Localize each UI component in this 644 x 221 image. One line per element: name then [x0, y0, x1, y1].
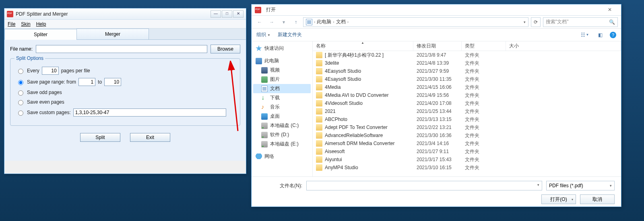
file-row[interactable]: Aimersoft DRM Media Converter2021/3/4 14… [313, 139, 621, 147]
file-row[interactable]: 20212021/1/25 13:44文件夹 [313, 107, 621, 115]
folder-tree[interactable]: 快速访问此电脑视频图片文档↓下载♪音乐桌面本地磁盘 (C:)软件 (D:)本地磁… [252, 41, 313, 176]
file-row[interactable]: Aiseesoft2021/1/27 9:11文件夹 [313, 147, 621, 156]
file-pane: ▲ 名称 修改日期 类型 大小 [ 新华字典4秒1步检字0.22 ]2021/3… [313, 41, 621, 176]
nav-back-button[interactable]: ← [255, 17, 264, 27]
pc-icon [256, 58, 262, 64]
every-suffix: pages per file [61, 68, 90, 74]
open-titlebar[interactable]: 打开 ✕ [252, 4, 621, 16]
file-row[interactable]: ABCPhoto2021/3/13 13:15文件夹 [313, 115, 621, 123]
open-button[interactable]: 打开(O) [541, 194, 576, 204]
every-value-input[interactable] [42, 67, 59, 75]
chevron-right-icon: › [333, 20, 334, 24]
tree-item[interactable]: 桌面 [253, 112, 311, 121]
pdf-titlebar[interactable]: PDF Splitter and Merger — □ ✕ [4, 8, 246, 20]
breadcrumb-p1[interactable]: 此电脑 [317, 18, 331, 25]
menu-help[interactable]: Help [36, 21, 46, 27]
nav-up-button[interactable]: ↑ [291, 17, 301, 27]
breadcrumb-bar[interactable]: › 此电脑 › 文档 › ▾ [303, 17, 528, 27]
file-row[interactable]: 4Esaysoft Studio2021/3/30 11:35文件夹 [313, 75, 621, 83]
tree-item[interactable]: 本地磁盘 (E:) [253, 139, 311, 149]
split-button[interactable]: Split [80, 133, 120, 142]
file-type-filter[interactable]: PDF files (*.pdf) [546, 181, 615, 190]
file-row[interactable]: 4Media2021/4/15 16:06文件夹 [313, 83, 621, 91]
exit-button[interactable]: Exit [130, 133, 170, 142]
search-input[interactable]: 搜索"文档" 🔍 [543, 17, 618, 27]
folder-icon [316, 84, 322, 90]
menu-file[interactable]: File [8, 21, 15, 27]
file-row[interactable]: AnyMP4 Studio2021/3/10 16:15文件夹 [313, 164, 621, 172]
tree-item[interactable]: ↓下载 [253, 93, 311, 102]
tab-merger[interactable]: Merger [76, 29, 149, 39]
tree-item[interactable]: 网络 [253, 152, 311, 161]
radio-page-range[interactable] [18, 80, 23, 85]
tree-item[interactable]: 快速访问 [253, 44, 311, 53]
file-list[interactable]: [ 新华字典4秒1步检字0.22 ]2021/3/8 9:47文件夹3delit… [313, 51, 621, 176]
file-date: 2021/3/10 16:15 [413, 165, 462, 170]
filename-label: File name: [10, 46, 33, 52]
range-to-input[interactable] [104, 78, 121, 86]
tree-item[interactable]: ♪音乐 [253, 102, 311, 112]
folder-icon [316, 92, 322, 98]
tree-item-label: 快速访问 [264, 45, 284, 52]
file-row[interactable]: [ 新华字典4秒1步检字0.22 ]2021/3/8 9:47文件夹 [313, 51, 621, 59]
filename-input[interactable] [36, 45, 207, 53]
file-row[interactable]: 3delite2021/4/8 13:39文件夹 [313, 59, 621, 67]
file-date: 2021/2/22 13:21 [413, 125, 462, 130]
tree-item[interactable]: 本地磁盘 (C:) [253, 121, 311, 130]
close-button[interactable]: ✕ [233, 10, 244, 18]
file-row[interactable]: 4Media AVI to DVD Converter2021/4/9 15:5… [313, 91, 621, 99]
tab-spliter[interactable]: Spliter [4, 29, 77, 40]
file-name: Adept PDF To Text Converter [325, 125, 388, 130]
radio-every[interactable] [18, 69, 23, 74]
tree-item-label: 桌面 [270, 113, 280, 120]
range-from-input[interactable] [78, 78, 95, 86]
nav-recent-button[interactable]: ▾ [279, 17, 289, 27]
pdf-app-icon [7, 11, 13, 17]
col-header-size[interactable]: 大小 [506, 41, 621, 51]
desk-icon [261, 113, 268, 120]
browse-button[interactable]: Browse [211, 45, 240, 53]
file-row[interactable]: Aiyuntui2021/3/17 15:43文件夹 [313, 156, 621, 164]
col-header-type[interactable]: 类型 [462, 41, 506, 51]
maximize-button[interactable]: □ [222, 10, 232, 18]
cancel-button[interactable]: 取消 [580, 194, 615, 204]
drv-icon [261, 132, 268, 138]
file-row[interactable]: 4Videosoft Studio2021/4/20 17:08文件夹 [313, 99, 621, 107]
radio-custom-pages[interactable] [18, 110, 23, 116]
file-row[interactable]: AdvancedReliableSoftware2021/3/30 16:36文… [313, 131, 621, 139]
col-header-date[interactable]: 修改日期 [413, 41, 462, 51]
tree-item[interactable]: 图片 [253, 75, 311, 84]
breadcrumb-dropdown-icon[interactable]: ▾ [524, 20, 526, 24]
radio-even-pages[interactable] [18, 100, 23, 105]
breadcrumb-p2[interactable]: 文档 [336, 18, 346, 25]
split-options-legend: Split Options [14, 55, 45, 61]
file-date: 2021/3/30 11:35 [413, 76, 462, 82]
vid-icon [261, 67, 268, 74]
tree-item[interactable]: 视频 [253, 65, 311, 75]
open-close-button[interactable]: ✕ [602, 6, 618, 14]
menu-skin[interactable]: Skin [21, 21, 30, 27]
nav-forward-button[interactable]: → [267, 17, 277, 27]
refresh-button[interactable]: ⟳ [531, 17, 541, 27]
even-label: Save even pages [27, 99, 64, 105]
toolbar-new-folder[interactable]: 新建文件夹 [278, 31, 302, 38]
custom-pages-input[interactable] [73, 108, 226, 117]
file-row[interactable]: 4Easysoft Studio2021/3/27 9:59文件夹 [313, 67, 621, 75]
file-list-header[interactable]: ▲ 名称 修改日期 类型 大小 [313, 41, 621, 51]
file-type: 文件夹 [462, 60, 506, 67]
help-button[interactable]: ? [610, 32, 616, 38]
preview-pane-button[interactable]: ◧ [594, 31, 606, 39]
radio-odd-pages[interactable] [18, 90, 23, 96]
every-label: Every [27, 68, 39, 74]
tree-item[interactable]: 文档 [253, 84, 311, 93]
toolbar-organize[interactable]: 组织▼ [256, 31, 270, 38]
tree-item[interactable]: 此电脑 [253, 56, 311, 65]
folder-icon [316, 60, 322, 66]
tree-item[interactable]: 软件 (D:) [253, 130, 311, 139]
view-options-button[interactable]: ☷▼ [579, 31, 590, 39]
range-to-label: to [98, 79, 102, 85]
file-type: 文件夹 [462, 116, 506, 123]
minimize-button[interactable]: — [211, 10, 221, 18]
open-filename-input[interactable] [306, 181, 542, 190]
file-row[interactable]: Adept PDF To Text Converter2021/2/22 13:… [313, 123, 621, 131]
